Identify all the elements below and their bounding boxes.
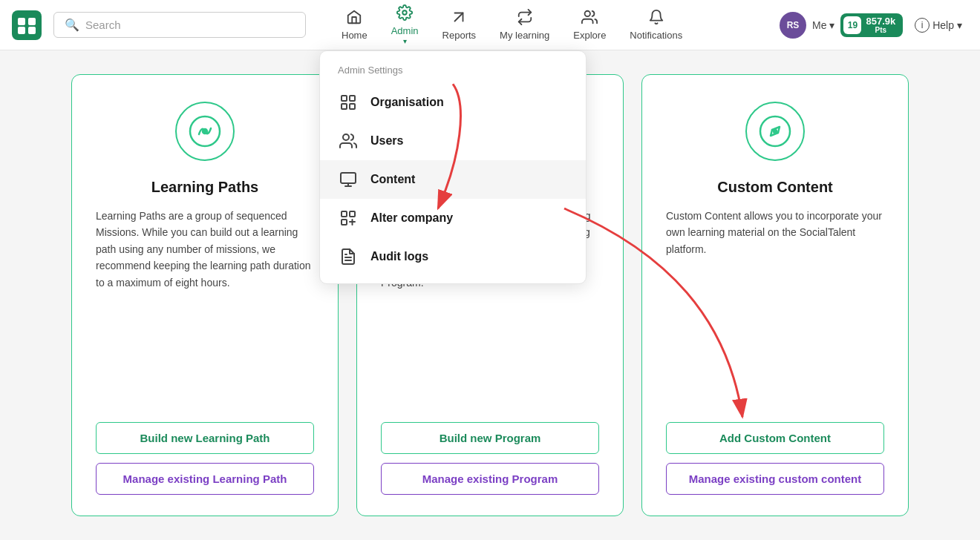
svg-rect-0 bbox=[18, 18, 25, 25]
dropdown-item-audit-logs[interactable]: Audit logs bbox=[320, 237, 586, 276]
me-button[interactable]: Me ▾ bbox=[812, 19, 834, 31]
notifications-icon bbox=[648, 9, 664, 27]
svg-point-6 bbox=[585, 11, 590, 16]
search-input[interactable] bbox=[85, 19, 295, 31]
svg-rect-1 bbox=[28, 18, 36, 25]
points-number: 19 bbox=[843, 16, 861, 34]
build-learning-path-button[interactable]: Build new Learning Path bbox=[96, 422, 314, 454]
help-chevron-icon: ▾ bbox=[957, 19, 962, 31]
organisation-icon bbox=[338, 92, 359, 113]
my-learning-icon bbox=[517, 9, 533, 27]
learning-paths-icon bbox=[175, 102, 235, 161]
admin-icon bbox=[396, 4, 413, 23]
admin-dropdown: Admin Settings Organisation Users Conten… bbox=[319, 50, 587, 284]
svg-rect-10 bbox=[350, 104, 355, 109]
nav-label-reports: Reports bbox=[442, 30, 477, 41]
dropdown-label-organisation: Organisation bbox=[370, 96, 444, 109]
card-buttons-custom-content: Add Custom Content Manage existing custo… bbox=[666, 422, 884, 495]
card-desc-learning-paths: Learning Paths are a group of sequenced … bbox=[96, 208, 314, 291]
header-right: RS Me ▾ 19 857.9k Pts i Help ▾ bbox=[780, 12, 968, 39]
audit-logs-icon bbox=[338, 246, 359, 267]
help-button[interactable]: i Help ▾ bbox=[909, 13, 968, 37]
admin-chevron-icon: ▾ bbox=[403, 37, 407, 45]
svg-line-5 bbox=[455, 13, 463, 22]
add-custom-content-button[interactable]: Add Custom Content bbox=[666, 422, 884, 454]
svg-rect-2 bbox=[18, 27, 25, 34]
dropdown-title: Admin Settings bbox=[320, 65, 586, 83]
search-bar[interactable]: 🔍 bbox=[53, 12, 306, 38]
nav-item-explore[interactable]: Explore bbox=[561, 4, 618, 45]
dropdown-item-organisation[interactable]: Organisation bbox=[320, 83, 586, 122]
svg-rect-8 bbox=[350, 96, 355, 101]
dropdown-label-alter-company: Alter company bbox=[370, 211, 453, 225]
nav-item-my-learning[interactable]: My learning bbox=[488, 4, 561, 45]
dropdown-label-users: Users bbox=[370, 134, 403, 148]
svg-rect-17 bbox=[342, 220, 347, 225]
nav-label-admin: Admin bbox=[391, 25, 419, 36]
avatar: RS bbox=[780, 12, 806, 39]
home-icon bbox=[346, 9, 362, 27]
explore-icon bbox=[581, 9, 598, 27]
me-chevron-icon: ▾ bbox=[829, 19, 834, 31]
nav-label-notifications: Notifications bbox=[630, 30, 682, 41]
users-icon bbox=[338, 131, 359, 151]
card-buttons-programs: Build new Program Manage existing Progra… bbox=[381, 422, 599, 495]
dropdown-item-content[interactable]: Content bbox=[320, 160, 586, 199]
card-custom-content: Custom Content Custom Content allows you… bbox=[641, 74, 909, 516]
card-title-learning-paths: Learning Paths bbox=[151, 179, 258, 196]
nav-item-admin[interactable]: Admin ▾ bbox=[379, 0, 431, 50]
card-desc-custom-content: Custom Content allows you to incorporate… bbox=[666, 208, 884, 257]
svg-point-4 bbox=[402, 10, 407, 15]
manage-custom-content-button[interactable]: Manage existing custom content bbox=[666, 463, 884, 495]
svg-point-11 bbox=[343, 134, 349, 140]
svg-point-25 bbox=[774, 130, 777, 133]
svg-rect-12 bbox=[341, 173, 356, 183]
alter-company-icon bbox=[338, 208, 359, 228]
nav-item-reports[interactable]: Reports bbox=[431, 4, 489, 45]
logo[interactable] bbox=[12, 10, 42, 40]
manage-learning-path-button[interactable]: Manage existing Learning Path bbox=[96, 463, 314, 495]
card-title-custom-content: Custom Content bbox=[717, 179, 833, 196]
nav-item-notifications[interactable]: Notifications bbox=[618, 4, 694, 45]
main-nav: Home Admin ▾ Reports My learning E bbox=[330, 0, 694, 50]
search-icon: 🔍 bbox=[65, 18, 79, 32]
points-badge[interactable]: 19 857.9k Pts bbox=[840, 13, 903, 37]
nav-item-home[interactable]: Home bbox=[330, 4, 379, 45]
help-icon: i bbox=[915, 18, 930, 33]
dropdown-item-alter-company[interactable]: Alter company bbox=[320, 199, 586, 237]
card-learning-paths: Learning Paths Learning Paths are a grou… bbox=[71, 74, 339, 516]
manage-program-button[interactable]: Manage existing Program bbox=[381, 463, 599, 495]
svg-point-21 bbox=[203, 129, 207, 134]
build-program-button[interactable]: Build new Program bbox=[381, 422, 599, 454]
dropdown-label-content: Content bbox=[370, 173, 415, 186]
nav-label-home: Home bbox=[342, 30, 368, 41]
content-icon bbox=[338, 169, 359, 190]
nav-label-my-learning: My learning bbox=[500, 30, 549, 41]
custom-content-icon bbox=[745, 102, 805, 161]
nav-label-explore: Explore bbox=[573, 30, 606, 41]
reports-icon bbox=[451, 9, 467, 27]
card-buttons-learning-paths: Build new Learning Path Manage existing … bbox=[96, 422, 314, 495]
dropdown-label-audit-logs: Audit logs bbox=[370, 250, 428, 263]
svg-rect-3 bbox=[28, 27, 36, 34]
svg-rect-15 bbox=[342, 211, 347, 217]
dropdown-item-users[interactable]: Users bbox=[320, 122, 586, 160]
svg-rect-9 bbox=[342, 104, 347, 109]
svg-rect-7 bbox=[342, 96, 347, 101]
header: 🔍 Home Admin ▾ Reports My l bbox=[0, 0, 980, 50]
svg-rect-16 bbox=[350, 211, 355, 217]
